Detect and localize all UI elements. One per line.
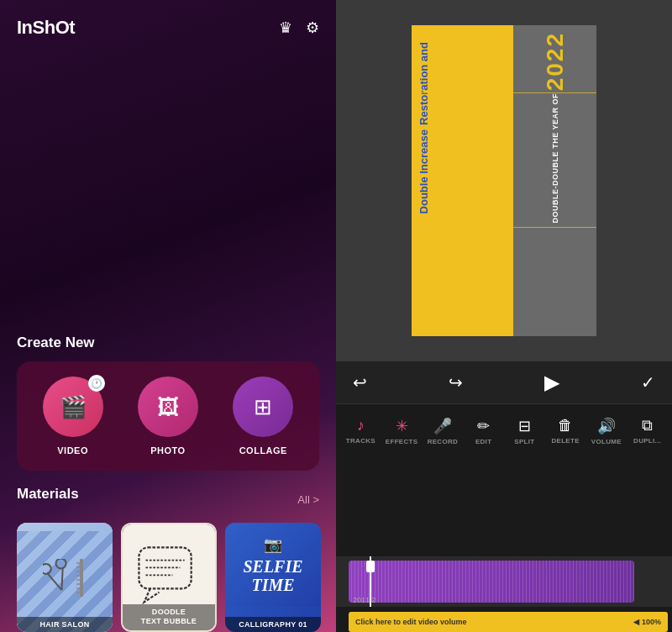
play-button[interactable]: ▶	[544, 371, 559, 394]
svg-line-2	[48, 571, 62, 592]
edit-label: EDIT	[475, 438, 491, 445]
selfie-camera-icon: 📷	[264, 535, 282, 554]
scissors-svg	[43, 559, 72, 597]
playback-controls: ↩ ↪ ▶ ✓	[336, 361, 672, 403]
volume-banner[interactable]: Click here to edit video volume ◀ 100%	[349, 612, 668, 632]
photo-circle: 🖼	[138, 377, 198, 437]
material-doodle[interactable]: DOODLE TEXT BUBBLE	[121, 523, 217, 632]
material-hair-salon[interactable]: HAIR SALON	[17, 523, 113, 632]
restoration-text: Restoration and	[418, 42, 507, 125]
duplicate-icon: ⧉	[642, 417, 653, 434]
tool-duplicate[interactable]: ⧉ DUPLI...	[631, 417, 664, 445]
comb-svg	[76, 559, 87, 597]
tool-record[interactable]: 🎤 RECORD	[426, 417, 459, 445]
preview-canvas: ◀ Restoration and Double Increase ⬅ 2022…	[412, 25, 596, 336]
tool-delete[interactable]: 🗑 DELETE	[549, 417, 582, 445]
effects-label: EFFECTS	[386, 438, 418, 445]
year-2022-text: 2022	[542, 32, 569, 91]
svg-point-0	[43, 562, 52, 575]
tool-volume[interactable]: 🔊 VOLUME	[590, 417, 623, 445]
tool-split[interactable]: ⊟ SPLIT	[507, 417, 541, 445]
materials-section: Materials All >	[0, 471, 336, 632]
app-header: InShOt ♛ ⚙	[0, 0, 336, 47]
calligraphy-content: 📷 SELFIE TIME	[225, 523, 321, 607]
svg-line-3	[55, 568, 70, 590]
materials-grid: HAIR SALON DOODLE TEXT BUB	[17, 523, 319, 632]
material-calligraphy[interactable]: 📷 SELFIE TIME CALLIGRAPHY 01	[225, 523, 321, 632]
doodle-bubble-svg	[135, 544, 202, 611]
create-new-section: Create New 🕐 🎬 VIDEO 🖼 PHOTO ⊞ COLLA	[0, 326, 336, 471]
tool-edit[interactable]: ✏ EDIT	[467, 417, 501, 445]
hair-salon-label: HAIR SALON	[17, 617, 113, 632]
materials-all-link[interactable]: All >	[297, 493, 319, 506]
clock-badge: 🕐	[88, 375, 105, 392]
tracks-icon: ♪	[357, 417, 365, 434]
header-icons: ♛ ⚙	[279, 18, 319, 37]
timestamp: 2011.2	[353, 596, 376, 604]
timeline: 2011.2 Click here to edit video volume ◀…	[336, 457, 672, 632]
volume-pct: ◀ 100%	[633, 618, 661, 626]
preview-content: Restoration and Double Increase ⬅ 2022 T…	[412, 25, 596, 336]
materials-header: Materials All >	[17, 486, 319, 513]
crown-icon[interactable]: ♛	[279, 18, 292, 37]
calligraphy-label: CALLIGRAPHY 01	[225, 617, 321, 632]
photo-icon: 🖼	[157, 394, 179, 420]
check-button[interactable]: ✓	[641, 372, 655, 392]
svg-rect-4	[80, 559, 83, 597]
hair-salon-content	[17, 523, 113, 632]
split-icon: ⊟	[518, 417, 531, 435]
timeline-track: 2011.2	[336, 556, 672, 607]
collage-icon: ⊞	[254, 394, 272, 420]
double-double-text: DOUBLE-DOUBLE	[551, 151, 559, 224]
volume-icon: 🔊	[597, 417, 616, 435]
video-preview: ◀ Restoration and Double Increase ⬅ 2022…	[336, 0, 672, 361]
the-year-text: THE YEAR OF	[551, 93, 559, 149]
delete-icon: 🗑	[558, 417, 573, 434]
duplicate-label: DUPLI...	[633, 437, 661, 445]
record-label: RECORD	[428, 438, 458, 445]
create-new-title: Create New	[17, 334, 319, 351]
create-collage-item[interactable]: ⊞ COLLAGE	[233, 377, 293, 456]
svg-point-1	[55, 559, 67, 570]
undo-button[interactable]: ↩	[353, 372, 367, 392]
record-icon: 🎤	[433, 417, 452, 435]
redo-button[interactable]: ↪	[449, 372, 463, 392]
delete-label: DELETE	[551, 437, 579, 445]
app-logo: InShOt	[17, 17, 75, 39]
materials-title: Materials	[17, 486, 79, 503]
video-clip[interactable]	[349, 561, 634, 603]
right-panel: ◀ Restoration and Double Increase ⬅ 2022…	[336, 0, 672, 632]
photo-label: PHOTO	[150, 445, 185, 456]
collage-label: COLLAGE	[239, 445, 287, 456]
toolbar: ♪ TRACKS ✳ EFFECTS 🎤 RECORD ✏ EDIT ⊟ SPL…	[336, 403, 672, 457]
effects-icon: ✳	[396, 417, 408, 435]
selfie-time-text: SELFIE TIME	[243, 557, 302, 594]
volume-label: VOLUME	[591, 438, 622, 445]
edit-icon: ✏	[477, 417, 490, 435]
split-label: SPLIT	[514, 438, 534, 445]
left-panel: InShOt ♛ ⚙ Create New 🕐 🎬 VIDEO 🖼 PHOTO	[0, 0, 336, 632]
create-photo-item[interactable]: 🖼 PHOTO	[138, 377, 198, 456]
tracks-label: TRACKS	[346, 437, 375, 445]
collage-circle: ⊞	[233, 377, 293, 437]
right-content: 2022 THE YEAR OF DOUBLE-DOUBLE	[513, 25, 596, 336]
yellow-bar: Restoration and Double Increase ⬅	[412, 25, 513, 336]
double-increase-text: Double Increase	[418, 129, 507, 213]
doodle-label: DOODLE TEXT BUBBLE	[123, 604, 215, 630]
clip-waveform	[349, 561, 634, 603]
playhead-handle	[366, 561, 375, 572]
volume-edit-text: Click here to edit video volume	[355, 618, 467, 626]
video-circle: 🕐 🎬	[43, 377, 103, 437]
create-new-card: 🕐 🎬 VIDEO 🖼 PHOTO ⊞ COLLAGE	[17, 361, 319, 471]
create-video-item[interactable]: 🕐 🎬 VIDEO	[43, 377, 103, 456]
settings-icon[interactable]: ⚙	[306, 18, 319, 37]
video-label: VIDEO	[57, 445, 88, 456]
tool-tracks[interactable]: ♪ TRACKS	[344, 417, 377, 445]
tool-effects[interactable]: ✳ EFFECTS	[385, 417, 418, 445]
video-icon: 🎬	[60, 394, 87, 420]
